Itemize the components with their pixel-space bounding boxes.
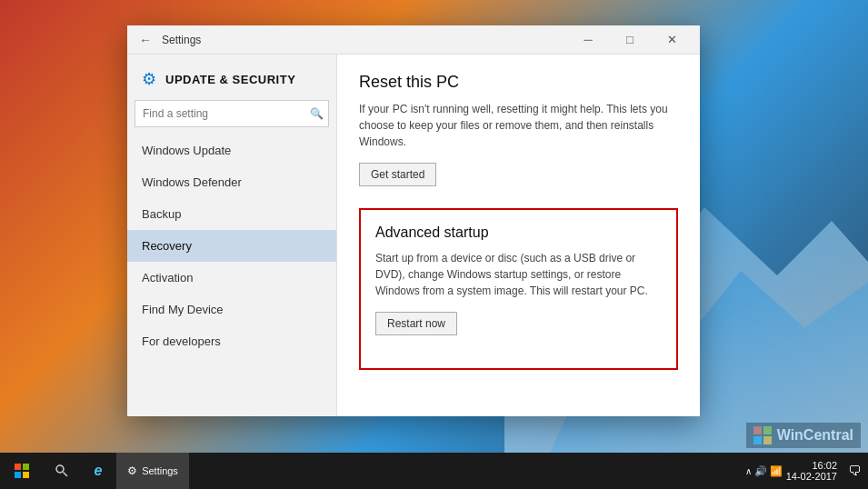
advanced-startup-title: Advanced startup bbox=[375, 225, 662, 241]
nav-list: Windows Update Windows Defender Backup R… bbox=[127, 135, 336, 357]
gear-icon: ⚙ bbox=[142, 69, 156, 89]
desktop: ← Settings ─ □ ✕ ⚙ UPDATE & SECURITY 🔍 bbox=[0, 0, 868, 489]
svg-point-4 bbox=[56, 465, 64, 473]
svg-rect-2 bbox=[15, 472, 21, 478]
sidebar-item-activation[interactable]: Activation bbox=[127, 262, 336, 294]
sidebar-item-windows-defender[interactable]: Windows Defender bbox=[127, 166, 336, 198]
sidebar-item-backup[interactable]: Backup bbox=[127, 198, 336, 230]
svg-rect-0 bbox=[15, 464, 21, 470]
title-bar: ← Settings ─ □ ✕ bbox=[127, 25, 700, 55]
taskbar-settings-label: Settings bbox=[142, 465, 178, 476]
wincentral-logo bbox=[753, 426, 772, 444]
start-button[interactable] bbox=[0, 453, 44, 489]
restart-now-button[interactable]: Restart now bbox=[375, 312, 457, 335]
sidebar: ⚙ UPDATE & SECURITY 🔍 Windows Update Win… bbox=[127, 55, 336, 416]
wincentral-label: WinCentral bbox=[777, 427, 853, 444]
sidebar-header: ⚙ UPDATE & SECURITY bbox=[127, 55, 336, 100]
chevron-icon[interactable]: ∧ bbox=[745, 466, 752, 476]
action-center-icon[interactable]: 🗨 bbox=[848, 464, 861, 478]
reset-title: Reset this PC bbox=[359, 73, 678, 92]
taskbar: e ⚙ Settings ∧ 🔊 📶 16:02 14-02-2017 🗨 bbox=[0, 453, 868, 489]
advanced-startup-section: Advanced startup Start up from a device … bbox=[359, 208, 678, 370]
sidebar-item-recovery[interactable]: Recovery bbox=[127, 230, 336, 262]
taskbar-settings-button[interactable]: ⚙ Settings bbox=[116, 453, 189, 489]
maximize-button[interactable]: □ bbox=[609, 25, 651, 55]
network-icon[interactable]: 📶 bbox=[770, 465, 783, 477]
reset-section: Reset this PC If your PC isn't running w… bbox=[359, 73, 678, 205]
advanced-startup-description: Start up from a device or disc (such as … bbox=[375, 250, 662, 299]
sidebar-item-find-my-device[interactable]: Find My Device bbox=[127, 294, 336, 325]
get-started-button[interactable]: Get started bbox=[359, 163, 436, 186]
taskbar-clock: 16:02 14-02-2017 bbox=[786, 460, 837, 482]
taskbar-edge-button[interactable]: e bbox=[80, 453, 116, 489]
speaker-icon[interactable]: 🔊 bbox=[754, 465, 767, 477]
window-title: Settings bbox=[162, 34, 567, 46]
reset-description: If your PC isn't running well, resetting… bbox=[359, 101, 678, 150]
search-icon: 🔍 bbox=[310, 107, 324, 120]
back-button[interactable]: ← bbox=[135, 29, 156, 51]
sys-tray: ∧ 🔊 📶 bbox=[745, 465, 783, 477]
svg-rect-1 bbox=[23, 464, 29, 470]
sidebar-item-windows-update[interactable]: Windows Update bbox=[127, 135, 336, 166]
search-input[interactable] bbox=[135, 100, 329, 127]
sidebar-section-title: UPDATE & SECURITY bbox=[165, 73, 295, 86]
settings-body: ⚙ UPDATE & SECURITY 🔍 Windows Update Win… bbox=[127, 55, 700, 416]
taskbar-search-button[interactable] bbox=[44, 453, 80, 489]
svg-rect-3 bbox=[23, 472, 29, 478]
wincentral-badge: WinCentral bbox=[746, 423, 861, 448]
close-button[interactable]: ✕ bbox=[651, 25, 693, 55]
settings-window: ← Settings ─ □ ✕ ⚙ UPDATE & SECURITY 🔍 bbox=[127, 25, 700, 416]
main-content: Reset this PC If your PC isn't running w… bbox=[336, 55, 700, 416]
current-date: 14-02-2017 bbox=[786, 471, 837, 482]
current-time: 16:02 bbox=[812, 460, 837, 471]
sidebar-item-for-developers[interactable]: For developers bbox=[127, 325, 336, 357]
window-controls: ─ □ ✕ bbox=[567, 25, 693, 55]
minimize-button[interactable]: ─ bbox=[567, 25, 609, 55]
search-box: 🔍 bbox=[135, 100, 329, 127]
taskbar-right: ∧ 🔊 📶 16:02 14-02-2017 🗨 bbox=[745, 460, 868, 482]
svg-line-5 bbox=[64, 473, 68, 477]
